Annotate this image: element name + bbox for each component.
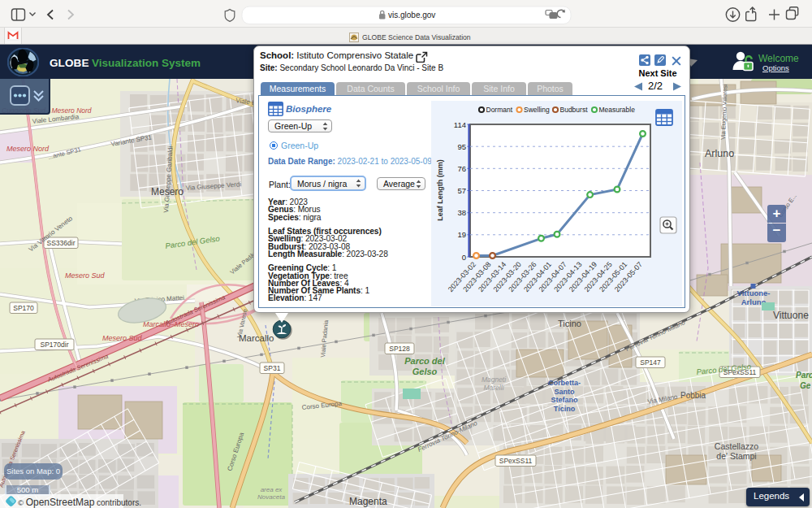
svg-text:Magenta: Magenta xyxy=(349,496,387,507)
svg-text:19: 19 xyxy=(457,230,466,239)
svg-text:SP128: SP128 xyxy=(389,345,410,353)
svg-text:Santo: Santo xyxy=(554,388,575,396)
svg-text:Dormant: Dormant xyxy=(486,106,513,114)
svg-text:Gelso: Gelso xyxy=(412,367,438,376)
svg-text:Ticino: Ticino xyxy=(558,319,581,328)
svg-text:Leaf Length (mm): Leaf Length (mm) xyxy=(436,159,444,221)
svg-text:SP170: SP170 xyxy=(13,304,34,312)
svg-text:0: 0 xyxy=(462,253,466,262)
svg-text:57: 57 xyxy=(457,186,466,195)
svg-text:vis.globe.gov: vis.globe.gov xyxy=(388,11,435,20)
svg-text:SP147: SP147 xyxy=(640,358,661,367)
svg-text:Mesero Sud: Mesero Sud xyxy=(102,334,143,342)
svg-text:Marcallo: Marcallo xyxy=(239,333,274,343)
svg-text:Swelling: Swelling xyxy=(524,106,550,114)
svg-text:Castellazzo: Castellazzo xyxy=(715,441,758,451)
svg-text:SP31: SP31 xyxy=(264,364,281,372)
svg-text:95: 95 xyxy=(457,142,466,151)
svg-text:SP170dir: SP170dir xyxy=(41,341,69,349)
svg-text:Parco del: Parco del xyxy=(404,356,445,366)
svg-text:SS336dir: SS336dir xyxy=(47,239,76,247)
svg-text:SPexSS11: SPexSS11 xyxy=(499,457,533,465)
svg-text:Mesero Sud: Mesero Sud xyxy=(65,271,106,280)
svg-text:Mesero Nord: Mesero Nord xyxy=(6,145,50,153)
svg-text:Magneti: Magneti xyxy=(482,376,507,384)
svg-text:area ex: area ex xyxy=(261,486,283,493)
svg-text:Vittuone-: Vittuone- xyxy=(737,289,771,297)
svg-text:Arluno: Arluno xyxy=(705,148,734,159)
svg-text:Measurable: Measurable xyxy=(599,106,636,114)
svg-text:Ticino: Ticino xyxy=(554,405,576,413)
svg-text:114: 114 xyxy=(454,120,466,129)
svg-text:Corbetta-: Corbetta- xyxy=(548,379,581,387)
svg-text:Budburst: Budburst xyxy=(560,106,589,114)
svg-text:Novaceta: Novaceta xyxy=(257,493,285,501)
svg-text:76: 76 xyxy=(457,164,466,173)
svg-text:Pobbia: Pobbia xyxy=(680,391,706,400)
svg-text:Stefano: Stefano xyxy=(551,396,578,404)
svg-text:Marelli: Marelli xyxy=(483,384,504,392)
svg-text:Ge: Ge xyxy=(800,381,811,390)
svg-text:Parco: Parco xyxy=(796,371,812,380)
svg-text:38: 38 xyxy=(457,208,466,217)
svg-text:Vittuone: Vittuone xyxy=(773,310,809,321)
svg-text:de' Stampi: de' Stampi xyxy=(716,451,756,461)
